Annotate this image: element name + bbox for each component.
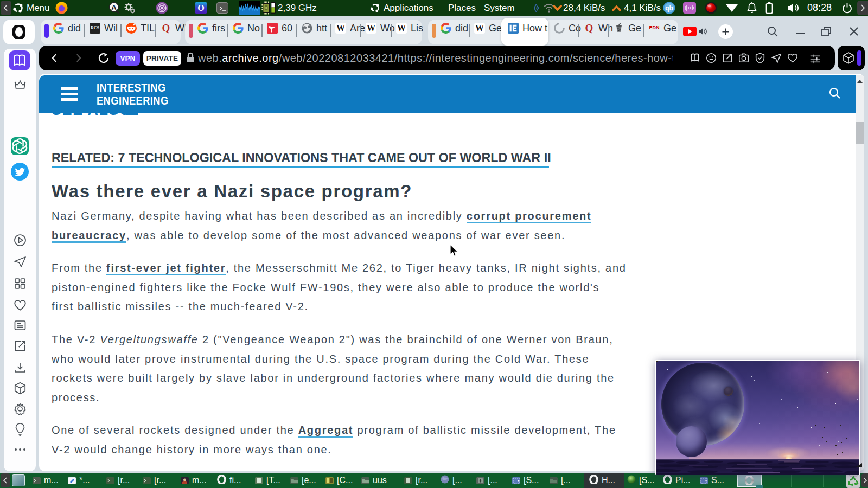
svg-text:qb: qb — [665, 4, 673, 12]
svg-text:O: O — [197, 3, 204, 12]
svg-text:A: A — [111, 3, 117, 11]
